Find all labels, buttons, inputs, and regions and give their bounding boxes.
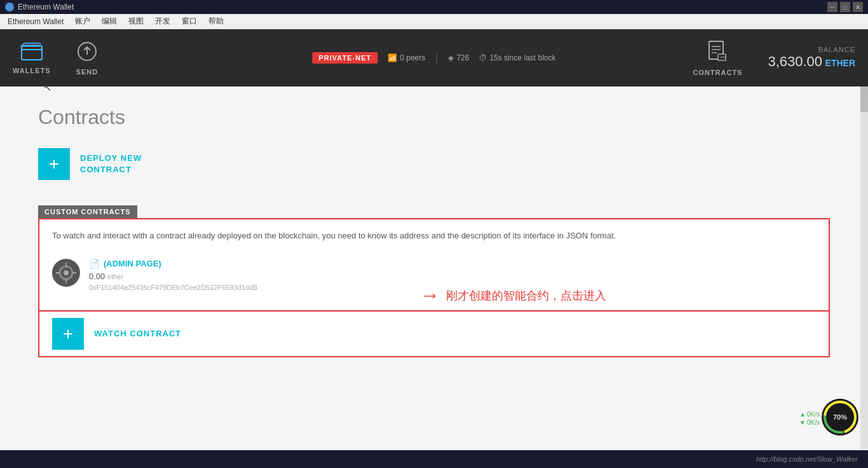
footer-url: http://blog.csdn.net/Slow_Walker [756,455,858,463]
balance-section: BALANCE 3,630.00 ETHER [768,46,855,70]
menu-account[interactable]: 账户 [70,15,95,28]
svg-rect-0 [22,46,42,60]
watch-label: WATCH CONTRACT [94,329,181,338]
watch-section: + WATCH CONTRACT [38,312,830,357]
nav-right: CONTRACTS BALANCE 3,630.00 ETHER [693,40,855,76]
menu-dev[interactable]: 开发 [150,15,175,28]
svg-rect-1 [20,45,39,47]
speed-up: ▲ 0K/s [799,411,820,418]
progress-circle: 70% [821,398,859,436]
wallets-label: WALLETS [13,67,51,74]
contract-name[interactable]: 📄 (ADMIN PAGE) [89,259,816,269]
nav-left: WALLETS SEND [13,41,98,76]
app-title: Ethereum Wallet [18,3,74,11]
wallet-icon [20,42,43,64]
app-icon [5,3,14,11]
page-title: Contracts [38,106,830,129]
nav-wallets[interactable]: WALLETS [13,42,51,74]
deploy-plus-btn[interactable]: + [38,148,70,180]
title-bar-controls[interactable]: ─ □ ✕ [827,2,863,12]
up-arrow-icon: ▲ [799,411,806,418]
deploy-label: DEPLOY NEW CONTRACT [80,153,142,176]
progress-percentage: 70% [833,413,847,421]
menu-help[interactable]: 帮助 [203,15,229,28]
file-icon: 📄 [89,259,100,269]
deploy-section: + DEPLOY NEW CONTRACT [38,148,830,180]
contract-balance: 0.00 ether [89,272,816,281]
menu-window[interactable]: 窗口 [177,15,202,28]
wifi-icon: 📶 [388,53,397,62]
title-bar-left: Ethereum Wallet [5,3,74,11]
down-arrow-icon: ▼ [799,419,806,426]
custom-contracts-header: CUSTOM CONTRACTS [38,205,137,218]
send-label: SEND [76,68,98,76]
send-icon [76,41,98,65]
menu-edit[interactable]: 编辑 [97,15,122,28]
scrollbar-track[interactable] [860,86,868,449]
nav-send[interactable]: SEND [76,41,98,76]
custom-contracts-section: CUSTOM CONTRACTS To watch and interact w… [38,205,830,357]
annotation-text: 刚才创建的智能合约，点击进入 [446,288,606,303]
diamond-icon: ◈ [448,53,454,62]
top-nav: WALLETS SEND PRIVATE-NET 📶 0 peers | ◈ 7… [0,29,868,86]
speed-down: ▼ 0K/s [799,419,820,426]
scrollbar-thumb[interactable] [860,86,868,112]
menu-bar: Ethereum Wallet 账户 编辑 视图 开发 窗口 帮助 [0,14,868,29]
watch-plus-btn[interactable]: + [52,318,84,350]
menu-view[interactable]: 视图 [123,15,149,28]
svg-point-7 [64,270,69,275]
annotation-arrow: → [419,284,440,307]
clock-icon: ⏱ [479,53,487,62]
main-content: Contracts + DEPLOY NEW CONTRACT CUSTOM C… [0,86,868,468]
minimize-button[interactable]: ─ [827,2,837,12]
time-stat: ⏱ 15s since last block [479,53,555,62]
annotation: → 刚才创建的智能合约，点击进入 [419,284,606,307]
restore-button[interactable]: □ [840,2,850,12]
contract-info-text: To watch and interact with a contract al… [52,230,816,242]
menu-app[interactable]: Ethereum Wallet [3,16,69,27]
cursor: ↖ [43,81,51,93]
contract-avatar [52,259,80,287]
peers-stat: 📶 0 peers [388,53,425,62]
close-button[interactable]: ✕ [853,2,863,12]
contracts-label: CONTRACTS [693,69,742,76]
balance-unit: ETHER [825,58,855,68]
contracts-icon [708,40,727,66]
balance-display: 3,630.00 ETHER [768,53,855,70]
balance-value: 3,630.00 [768,53,822,69]
title-bar: Ethereum Wallet ─ □ ✕ [0,0,868,14]
block-stat: ◈ 726 [448,53,469,62]
balance-label: BALANCE [768,46,855,53]
nav-contracts[interactable]: CONTRACTS [693,40,742,76]
network-badge: PRIVATE-NET [313,52,378,64]
network-bar: PRIVATE-NET 📶 0 peers | ◈ 726 ⏱ 15s sinc… [313,52,556,64]
speed-indicators: ▲ 0K/s ▼ 0K/s [799,411,820,426]
separator: | [435,52,438,64]
footer-bar: http://blog.csdn.net/Slow_Walker [0,450,868,468]
